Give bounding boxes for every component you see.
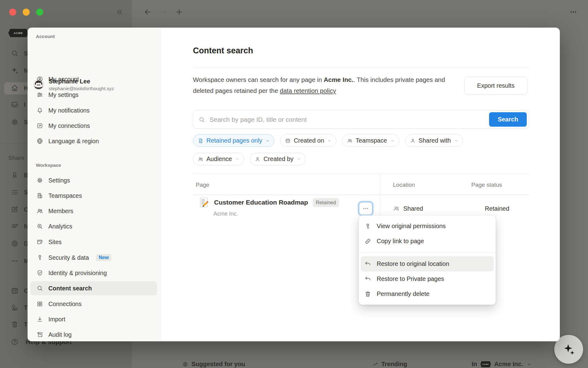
screen: ACME A S N H I S Share B S C N D M C T T… [0,0,588,368]
sidebar-item-my-notifications[interactable]: My notifications [30,103,157,117]
sidebar-item-identity-provisioning[interactable]: Identity & provisioning [30,266,157,280]
window-controls[interactable] [9,9,43,16]
sidebar-item-label: Connections [48,301,81,308]
page-title-cell[interactable]: Customer Education Roadmap [214,199,308,206]
people-icon [347,138,352,144]
menu-item-restore-to-private-pages[interactable]: Restore to Private pages [361,271,494,286]
search-input[interactable] [209,116,485,124]
column-header-page-status: Page status [471,182,502,188]
minimize-window-button[interactable] [23,9,30,16]
data-retention-policy-link[interactable]: data retention policy [280,87,336,94]
collapse-sidebar-icon[interactable] [115,8,123,16]
trending-icon [372,362,378,367]
ai-sparkle-icon[interactable] [11,67,19,75]
calendar-icon[interactable] [11,287,19,295]
menu-item-label: Restore to Private pages [377,275,444,282]
sidebar-item-label: Teamspaces [48,192,82,199]
sidebar-item-label: Members [48,208,73,215]
filter-chip-retained-pages-only[interactable]: Retained pages only [193,134,274,147]
sidebar-item-label: Settings [48,177,70,184]
import-icon [36,316,43,323]
sidebar-item-audit-log[interactable]: Audit log [30,328,157,341]
ellipsis-icon[interactable] [11,257,19,265]
sidebar-item-settings[interactable]: Settings [30,173,157,187]
help-icon[interactable] [11,338,19,346]
target-icon[interactable] [11,240,19,247]
search-bar: Search [193,110,529,129]
menu-item-permanently-delete[interactable]: Permanently delete [361,286,494,301]
sidebar-item-my-account[interactable]: My account [30,72,157,86]
search-icon[interactable] [11,49,19,57]
globe-icon [36,138,43,144]
export-results-button[interactable]: Export results [464,77,527,94]
sidebar-item-import[interactable]: Import [30,312,157,326]
trash-icon[interactable] [11,320,19,328]
sidebar-item-label: My notifications [48,107,89,114]
menu-item-copy-link-to-page[interactable]: Copy link to page [361,234,494,249]
sidebar-item-analytics[interactable]: Analytics [30,219,157,233]
filter-chip-shared-with[interactable]: Shared with [405,134,463,147]
filter-chip-audience[interactable]: Audience [193,153,244,165]
sidebar-item-content-search[interactable]: Content search [30,281,157,295]
more-options-icon[interactable] [569,8,577,16]
menu-item-label: Restore to original location [377,260,449,267]
page-status-cell: Retained [485,202,509,215]
sidebar-item-label: Language & region [48,138,99,145]
sidebar-label-partial: T [24,321,28,328]
user-circle-icon [36,76,43,82]
workspace-filter[interactable]: In ACME Acme Inc. [472,361,532,368]
sliders-icon [36,91,43,98]
sidebar-item-label: Audit log [48,331,72,338]
status-value: Retained [485,205,509,212]
sidebar-item-my-connections[interactable]: My connections [30,119,157,133]
sidebar-item-security-data[interactable]: Security & data New [30,251,157,265]
home-icon[interactable] [11,84,19,92]
table-row[interactable]: Customer Education Roadmap Retained [198,197,339,208]
zoom-window-button[interactable] [36,9,43,16]
filter-chips: Retained pages only Created on Teamspace… [193,134,518,165]
workspace-badge[interactable]: ACME [8,29,28,37]
menu-item-label: Copy link to page [377,238,424,245]
menu-item-view-original-permissions[interactable]: View original permissions [361,219,494,234]
new-badge: New [96,254,111,261]
list-icon[interactable] [11,188,19,196]
sidebar-item-sites[interactable]: Sites [30,235,157,249]
row-more-actions-button[interactable] [359,202,372,215]
trending-tab[interactable]: Trending [372,361,407,368]
filter-chip-teamspace[interactable]: Teamspace [342,134,399,147]
undo-arrow-icon [364,276,371,282]
description-text: Workspace owners can search for any page… [193,76,324,83]
key-ribbon-icon[interactable] [11,171,19,179]
sidebar-item-language-region[interactable]: Language & region [30,134,157,148]
inbox-icon[interactable] [11,101,19,109]
menu-item-label: Permanently delete [377,290,429,297]
compose-icon[interactable] [11,205,19,213]
sidebar-item-connections[interactable]: Connections [30,297,157,311]
gear-icon[interactable] [11,118,19,126]
close-window-button[interactable] [9,9,16,16]
suggested-for-you-tab[interactable]: Suggested for you [183,361,245,368]
shapes-icon[interactable] [11,304,19,312]
person-circle-icon [183,362,188,367]
chevron-down-icon [265,138,270,143]
sidebar-item-my-settings[interactable]: My settings [30,88,157,102]
menu-item-restore-to-original-location[interactable]: Restore to original location [361,256,494,271]
doc-pencil-icon[interactable] [11,222,19,230]
settings-sidebar: Account Stephanie Lee stephanie@toolsfor… [28,28,160,341]
people-icon [36,208,43,214]
forward-icon[interactable] [159,8,167,16]
trending-label: Trending [381,361,407,368]
search-button[interactable]: Search [489,112,527,127]
filter-chip-created-on[interactable]: Created on [280,134,336,147]
people-icon [393,205,400,212]
new-tab-icon[interactable] [175,8,183,16]
chevron-down-icon [235,157,239,161]
search-icon [198,116,205,123]
undo-arrow-icon [364,261,371,267]
filter-chip-created-by[interactable]: Created by [250,153,306,165]
in-label: In [472,361,477,368]
search-icon [36,285,43,292]
sidebar-item-members[interactable]: Members [30,204,157,218]
sidebar-item-teamspaces[interactable]: Teamspaces [30,189,157,203]
back-icon[interactable] [144,8,152,16]
